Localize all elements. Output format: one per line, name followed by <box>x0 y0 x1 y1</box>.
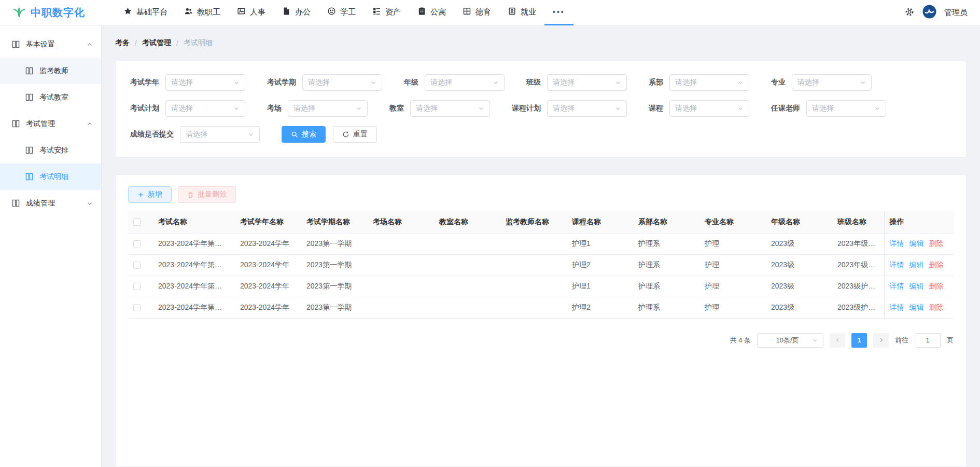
nav-item-moral[interactable]: 德育 <box>454 0 499 25</box>
detail-link[interactable]: 详情 <box>890 239 904 248</box>
detail-link[interactable]: 详情 <box>890 260 904 269</box>
app-logo[interactable]: 中职数字化 <box>12 0 106 25</box>
plant-logo-icon <box>12 6 26 20</box>
row-checkbox[interactable] <box>133 240 141 248</box>
chevron-down-icon <box>615 79 621 86</box>
major-select[interactable]: 请选择 <box>792 74 872 91</box>
nav-item-platform[interactable]: 基础平台 <box>115 0 176 25</box>
row-checkbox[interactable] <box>133 304 141 311</box>
chevron-down-icon <box>615 105 621 112</box>
exam-year-select[interactable]: 请选择 <box>165 74 245 91</box>
chevron-down-icon <box>87 200 93 207</box>
course-plan-select[interactable]: 请选择 <box>547 100 627 117</box>
delete-link[interactable]: 删除 <box>929 303 944 311</box>
menu-book-icon <box>11 199 20 208</box>
filter-field-exam-term: 考试学期 请选择 <box>267 74 382 91</box>
exam-plan-select[interactable]: 请选择 <box>165 100 245 117</box>
delete-link[interactable]: 删除 <box>929 260 944 269</box>
sidebar-group-score-management[interactable]: 成绩管理 <box>0 190 101 216</box>
nav-item-student[interactable]: 学工 <box>319 0 364 25</box>
employment-doc-icon <box>508 7 516 17</box>
sidebar-group-exam-management[interactable]: 考试管理 <box>0 111 101 137</box>
search-button[interactable]: 搜索 <box>282 126 326 143</box>
nav-item-more[interactable]: ••• <box>544 0 573 25</box>
page-number-1[interactable]: 1 <box>851 333 867 348</box>
filter-field-exam-plan: 考试计划 请选择 <box>130 100 245 117</box>
goto-page-input[interactable] <box>915 333 941 348</box>
teacher-select[interactable]: 请选择 <box>806 100 886 117</box>
exam-room-select[interactable]: 请选择 <box>288 100 368 117</box>
asset-list-icon <box>372 7 381 17</box>
row-checkbox[interactable] <box>133 283 141 290</box>
chevron-down-icon <box>478 105 484 112</box>
chevron-down-icon <box>493 79 499 86</box>
nav-item-staff[interactable]: 教职工 <box>176 0 229 25</box>
batch-delete-button[interactable]: 批量删除 <box>178 186 236 203</box>
edit-link[interactable]: 编辑 <box>909 239 924 248</box>
filter-field-department: 系部 请选择 <box>649 74 749 91</box>
total-count-label: 共 4 条 <box>730 336 751 345</box>
file-icon <box>282 7 291 17</box>
edit-link[interactable]: 编辑 <box>909 282 924 290</box>
select-all-checkbox[interactable] <box>133 218 141 226</box>
sidebar-item-exam-classroom[interactable]: 考试教室 <box>0 84 101 111</box>
department-select[interactable]: 请选择 <box>669 74 749 91</box>
reset-button[interactable]: 重置 <box>333 126 377 143</box>
delete-link[interactable]: 删除 <box>929 282 944 290</box>
sidebar-item-invigilator-teacher[interactable]: 监考教师 <box>0 58 101 84</box>
sidebar-group-basic-settings[interactable]: 基本设置 <box>0 31 101 58</box>
nav-item-office[interactable]: 办公 <box>274 0 319 25</box>
username-label[interactable]: 管理员 <box>944 8 968 18</box>
add-button[interactable]: 新增 <box>128 186 172 203</box>
prev-page-button[interactable] <box>830 333 845 348</box>
classroom-select[interactable]: 请选择 <box>410 100 490 117</box>
menu-book-icon <box>25 93 34 102</box>
sidebar-item-exam-schedule[interactable]: 考试安排 <box>0 137 101 163</box>
filter-label: 考场 <box>267 104 282 113</box>
nav-item-employment[interactable]: 就业 <box>499 0 544 25</box>
table-row: 2023-2024学年第… 2023-2024学年 2023第一学期 护理1 护… <box>128 233 954 254</box>
delete-link[interactable]: 删除 <box>929 239 944 248</box>
page-size-select[interactable]: 10条/页 <box>757 333 823 348</box>
edit-link[interactable]: 编辑 <box>909 260 924 269</box>
sidebar-item-exam-detail[interactable]: 考试明细 <box>0 163 101 190</box>
col-exam-year: 考试学年名称 <box>235 211 301 233</box>
edit-link[interactable]: 编辑 <box>909 303 924 311</box>
chevron-up-icon <box>87 42 93 48</box>
chevron-down-icon <box>248 131 254 138</box>
nav-item-hr[interactable]: 人事 <box>229 0 274 25</box>
filter-label: 考试学期 <box>267 78 296 87</box>
grade-select[interactable]: 请选择 <box>425 74 505 91</box>
filter-label: 课程 <box>649 104 663 113</box>
class-select[interactable]: 请选择 <box>547 74 627 91</box>
sidebar: 基本设置 监考教师 考试教室 考试管理 考试安排 考试明细 成绩管理 <box>0 26 102 467</box>
course-select[interactable]: 请选择 <box>669 100 749 117</box>
exam-detail-panel: 新增 批量删除 考试名称 考试学年名称 <box>115 174 967 467</box>
chevron-right-icon <box>878 337 884 343</box>
detail-link[interactable]: 详情 <box>890 282 904 290</box>
chevron-down-icon <box>812 337 818 343</box>
user-avatar[interactable] <box>922 5 936 21</box>
exam-term-select[interactable]: 请选择 <box>302 74 382 91</box>
breadcrumb-item[interactable]: 考务 <box>115 38 130 48</box>
col-department: 系部名称 <box>633 211 699 233</box>
navbar-right: 管理员 <box>904 0 968 25</box>
col-exam-room: 考场名称 <box>368 211 434 233</box>
score-submitted-select[interactable]: 请选择 <box>180 126 260 143</box>
id-card-icon <box>237 7 246 17</box>
row-checkbox[interactable] <box>133 262 141 269</box>
refresh-icon <box>342 131 349 138</box>
detail-link[interactable]: 详情 <box>890 303 904 311</box>
col-class: 班级名称 <box>832 211 884 233</box>
breadcrumb-item[interactable]: 考试管理 <box>142 38 171 48</box>
table-row: 2023-2024学年第… 2023-2024学年 2023第一学期 护理1 护… <box>128 276 954 297</box>
chevron-down-icon <box>370 79 376 86</box>
nav-item-apartment[interactable]: 公寓 <box>409 0 454 25</box>
next-page-button[interactable] <box>873 333 889 348</box>
nav-item-assets[interactable]: 资产 <box>364 0 409 25</box>
settings-gear-icon[interactable] <box>904 7 915 19</box>
page-unit-label: 页 <box>947 336 954 345</box>
chevron-up-icon <box>87 121 93 127</box>
chevron-left-icon <box>835 337 841 343</box>
users-icon <box>184 7 193 17</box>
